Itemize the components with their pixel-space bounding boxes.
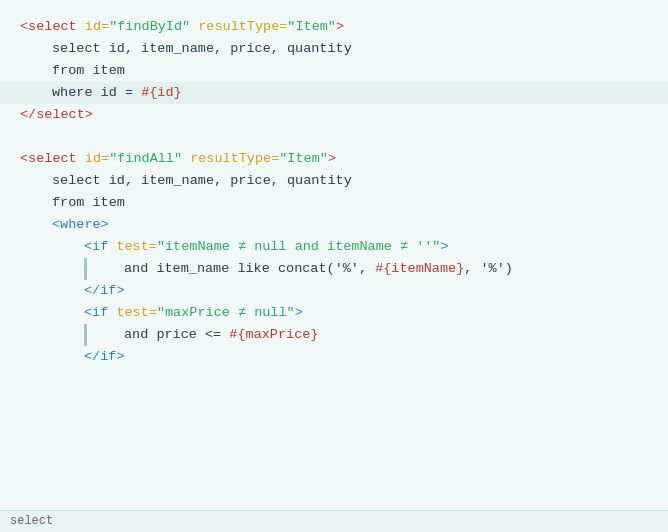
- line-11: and item_name like concat('%', #{itemNam…: [0, 258, 668, 280]
- line-7: select id, item_name, price, quantity: [0, 170, 668, 192]
- line-9: <where>: [0, 214, 668, 236]
- line-14: and price <= #{maxPrice}: [0, 324, 668, 346]
- code-editor: <select id="findById" resultType="Item">…: [0, 0, 668, 532]
- vertical-line-2: [84, 324, 87, 346]
- open-select-1: <select: [20, 16, 85, 38]
- line-6: <select id="findAll" resultType="Item">: [0, 148, 668, 170]
- line-2: select id, item_name, price, quantity: [0, 38, 668, 60]
- line-1: <select id="findById" resultType="Item">: [0, 16, 668, 38]
- line-5: </select>: [0, 104, 668, 126]
- line-12: </if>: [0, 280, 668, 302]
- line-8: from item: [0, 192, 668, 214]
- line-4: where id = #{id}: [0, 82, 668, 104]
- line-10: <if test="itemName ≠ null and itemName ≠…: [0, 236, 668, 258]
- line-3: from item: [0, 60, 668, 82]
- status-bar: select: [0, 510, 668, 532]
- status-text: select: [10, 512, 53, 531]
- line-13: <if test="maxPrice ≠ null">: [0, 302, 668, 324]
- line-15: </if>: [0, 346, 668, 368]
- line-blank-1: [0, 126, 668, 148]
- vertical-line-1: [84, 258, 87, 280]
